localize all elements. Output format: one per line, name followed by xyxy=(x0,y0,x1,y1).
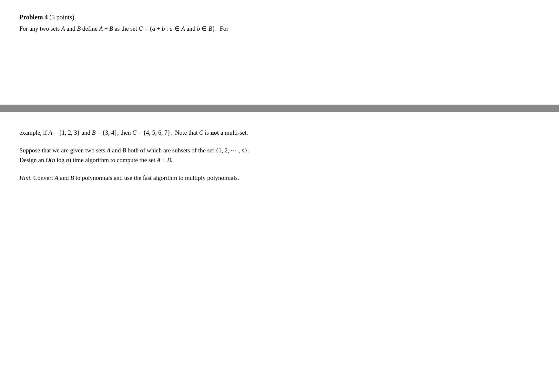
hint-text: Convert A and B to polynomials and use t… xyxy=(32,174,239,181)
divider-bar xyxy=(0,105,559,112)
suppose-line1: Suppose that we are given two sets A and… xyxy=(19,146,540,155)
first-line: For any two sets A and B define A + B as… xyxy=(19,24,540,34)
problem-header: Problem 4 (5 points). xyxy=(19,12,540,22)
problem-header-bold: Problem 4 xyxy=(19,14,48,21)
suppose-line2: Design an O(n log n) time algorithm to c… xyxy=(19,155,540,165)
problem-header-normal: (5 points). xyxy=(48,14,76,21)
bottom-section: example, if A = {1, 2, 3} and B = {3, 4}… xyxy=(0,112,559,392)
example-line: example, if A = {1, 2, 3} and B = {3, 4}… xyxy=(19,128,540,138)
hint-line: Hint. Convert A and B to polynomials and… xyxy=(19,173,540,183)
suppose-block: Suppose that we are given two sets A and… xyxy=(19,146,540,165)
top-section: Problem 4 (5 points). For any two sets A… xyxy=(0,0,559,34)
hint-label: Hint. xyxy=(19,174,32,181)
page: Problem 4 (5 points). For any two sets A… xyxy=(0,0,559,392)
